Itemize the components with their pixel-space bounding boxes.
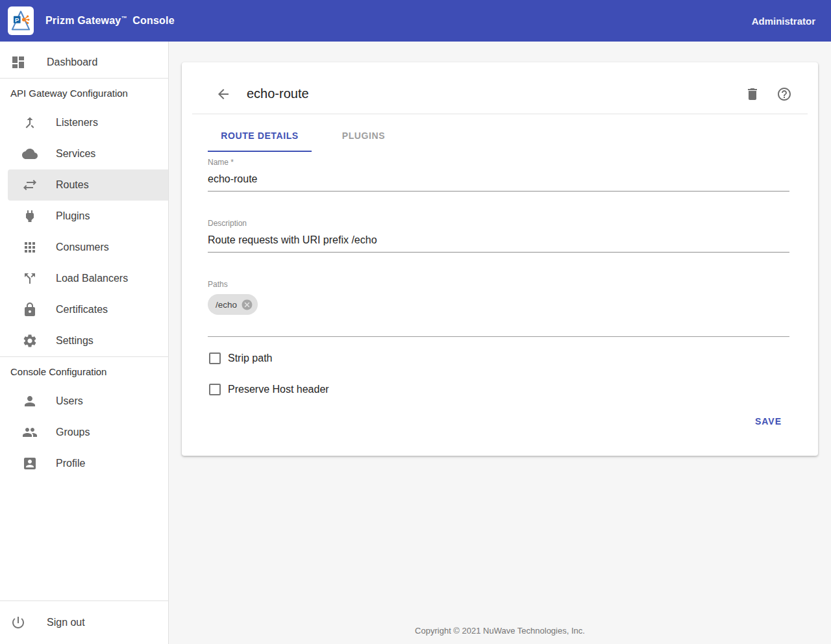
- dashboard-icon: [10, 55, 26, 70]
- tab-route-details[interactable]: ROUTE DETAILS: [208, 121, 312, 152]
- app-title: Prizm Gateway™ Console: [45, 15, 175, 27]
- sidebar-item-profile[interactable]: Profile: [0, 448, 168, 479]
- sidebar-item-label: Load Balancers: [56, 273, 128, 284]
- sidebar-item-label: Sign out: [47, 617, 85, 628]
- trademark-symbol: ™: [121, 15, 127, 21]
- sidebar-item-sign-out[interactable]: Sign out: [0, 607, 168, 638]
- cloud-icon: [22, 146, 38, 162]
- sidebar-item-certificates[interactable]: Certificates: [0, 294, 168, 325]
- sidebar-item-services[interactable]: Services: [0, 138, 168, 169]
- paths-chip-row: /echo: [208, 294, 789, 315]
- description-field-group: Description Route requests with URI pref…: [208, 218, 789, 253]
- app-root: P Prizm Gateway™ Console Administrator: [0, 0, 831, 644]
- sidebar-item-label: Plugins: [56, 210, 90, 222]
- prizm-logo: P: [8, 6, 34, 35]
- name-input[interactable]: echo-route: [208, 171, 789, 192]
- swap-arrows-icon: [22, 177, 38, 193]
- app-shell: Dashboard API Gateway Configuration List…: [0, 42, 831, 644]
- description-field-label: Description: [208, 218, 789, 229]
- tab-plugins[interactable]: PLUGINS: [312, 121, 416, 152]
- save-button[interactable]: SAVE: [745, 410, 792, 433]
- sidebar-item-label: Dashboard: [47, 56, 97, 68]
- preserve-host-label: Preserve Host header: [228, 384, 329, 395]
- apps-grid-icon: [22, 240, 38, 255]
- sidebar-item-settings[interactable]: Settings: [0, 325, 168, 356]
- people-icon: [22, 425, 38, 440]
- preserve-host-checkbox[interactable]: [209, 384, 221, 395]
- page-title: echo-route: [247, 86, 309, 101]
- section-header-console-config: Console Configuration: [0, 357, 168, 386]
- app-title-suffix: Console: [132, 15, 175, 26]
- paths-field-group[interactable]: Paths /echo: [208, 279, 789, 337]
- sidebar-item-users[interactable]: Users: [0, 386, 168, 417]
- prizm-logo-icon: P: [10, 8, 32, 33]
- sidebar-item-dashboard[interactable]: Dashboard: [0, 47, 168, 78]
- route-detail-card: echo-route ROUTE DETAILS PLUGINS: [182, 62, 818, 456]
- person-icon: [22, 393, 38, 409]
- remove-path-button[interactable]: [241, 299, 253, 311]
- merge-type-icon: [22, 115, 38, 130]
- description-input[interactable]: Route requests with URI prefix /echo: [208, 232, 789, 253]
- sidebar-item-load-balancers[interactable]: Load Balancers: [0, 263, 168, 294]
- delete-route-button[interactable]: [745, 86, 760, 102]
- section-header-api-gateway: API Gateway Configuration: [0, 79, 168, 107]
- gear-icon: [22, 333, 38, 349]
- help-icon: [776, 86, 792, 102]
- strip-path-checkbox[interactable]: [209, 353, 221, 364]
- tab-label: PLUGINS: [342, 130, 385, 141]
- sign-out-section: Sign out: [0, 601, 168, 644]
- preserve-host-row[interactable]: Preserve Host header: [208, 384, 792, 395]
- strip-path-label: Strip path: [228, 353, 272, 364]
- lock-icon: [22, 302, 38, 317]
- tab-bar: ROUTE DETAILS PLUGINS: [182, 114, 818, 152]
- arrow-back-icon: [216, 86, 231, 102]
- sidebar-item-label: Consumers: [56, 242, 109, 253]
- sidebar-item-label: Listeners: [56, 117, 98, 129]
- user-menu-administrator[interactable]: Administrator: [752, 16, 815, 27]
- copyright-footer: Copyright © 2021 NuWave Technologies, In…: [169, 626, 831, 636]
- tab-label: ROUTE DETAILS: [221, 130, 299, 141]
- name-field-group: Name * echo-route: [208, 157, 789, 192]
- sidebar-item-label: Certificates: [56, 304, 108, 316]
- path-chip: /echo: [208, 294, 258, 315]
- sidebar-item-label: Routes: [56, 179, 89, 191]
- paths-field-label: Paths: [208, 279, 789, 290]
- main-content: echo-route ROUTE DETAILS PLUGINS: [169, 42, 831, 644]
- sidebar: Dashboard API Gateway Configuration List…: [0, 42, 169, 644]
- power-plug-icon: [22, 208, 38, 224]
- sidebar-item-label: Profile: [56, 458, 85, 469]
- back-button[interactable]: [216, 86, 231, 102]
- sidebar-item-label: Services: [56, 148, 95, 160]
- sidebar-item-listeners[interactable]: Listeners: [0, 107, 168, 138]
- route-details-form: Name * echo-route Description Route requ…: [182, 157, 818, 433]
- app-title-main: Prizm Gateway: [45, 15, 121, 26]
- cancel-icon: [241, 299, 253, 311]
- card-header: echo-route: [182, 62, 818, 114]
- path-chip-label: /echo: [216, 300, 237, 310]
- form-actions: SAVE: [208, 410, 792, 433]
- call-split-icon: [22, 271, 38, 286]
- sidebar-item-plugins[interactable]: Plugins: [0, 201, 168, 232]
- sidebar-item-routes[interactable]: Routes: [8, 169, 168, 201]
- name-field-label: Name *: [208, 157, 789, 167]
- sidebar-item-label: Users: [56, 395, 83, 407]
- topbar: P Prizm Gateway™ Console Administrator: [0, 0, 831, 42]
- sidebar-item-consumers[interactable]: Consumers: [0, 232, 168, 263]
- svg-text:P: P: [15, 17, 19, 23]
- strip-path-row[interactable]: Strip path: [208, 353, 792, 364]
- power-icon: [10, 615, 26, 630]
- trash-icon: [745, 86, 760, 102]
- account-box-icon: [22, 456, 38, 471]
- sidebar-item-label: Settings: [56, 335, 93, 347]
- help-button[interactable]: [776, 86, 792, 102]
- sidebar-item-groups[interactable]: Groups: [0, 417, 168, 448]
- sidebar-spacer: [0, 479, 168, 601]
- sidebar-item-label: Groups: [56, 427, 90, 438]
